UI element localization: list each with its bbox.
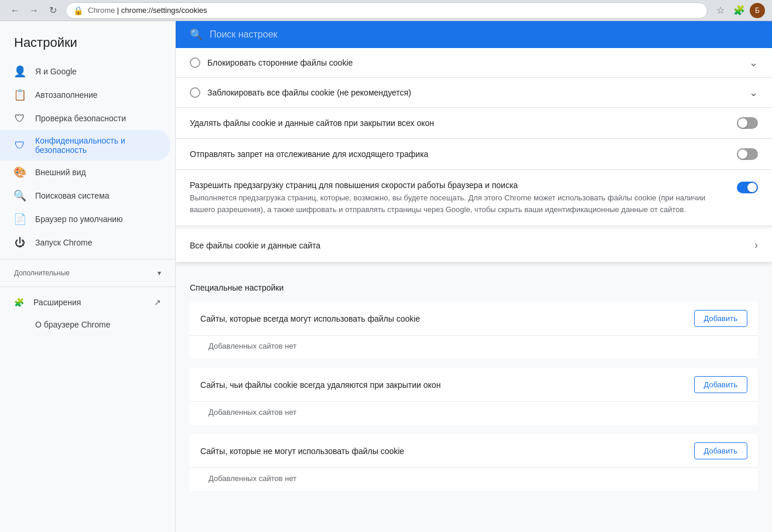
settings-content: Блокировать сторонние файлы cookie ⌄ Заб… xyxy=(176,48,772,503)
toggle-button-1[interactable] xyxy=(737,117,758,129)
sidebar-divider xyxy=(0,259,175,260)
sidebar-item-autofill[interactable]: 📋 Автозаполнение xyxy=(0,83,170,107)
sidebar-label-appearance: Внешний вид xyxy=(35,168,86,177)
extensions-button[interactable]: 🧩 xyxy=(731,2,747,19)
extensions-sidebar-icon: 🧩 xyxy=(14,298,24,307)
sidebar-label-google: Я и Google xyxy=(35,67,77,76)
radio-button-2[interactable] xyxy=(190,87,200,98)
sidebar-item-about[interactable]: · О браузере Chrome xyxy=(0,313,170,336)
toolbar-right: ☆ 🧩 Б xyxy=(712,2,765,19)
radio-label-2: Заблокировать все файлы cookie (не реком… xyxy=(207,88,742,97)
content-area: 🔍 Блокировать сторонние файлы cookie ⌄ З… xyxy=(176,21,772,532)
sidebar-label-about: О браузере Chrome xyxy=(35,320,111,329)
sidebar-section-more[interactable]: Дополнительные ▾ xyxy=(0,264,175,282)
special-item-2-label: Сайты, чьи файлы cookie всегда удаляются… xyxy=(200,380,440,390)
sidebar-label-search: Поисковая система xyxy=(35,191,110,200)
sidebar-label-browser: Браузер по умолчанию xyxy=(35,214,123,224)
add-button-3[interactable]: Добавить xyxy=(694,442,747,459)
shield-filled-icon: 🛡 xyxy=(14,139,26,151)
search-header-icon: 🔍 xyxy=(190,28,203,41)
special-item-3-empty: Добавленных сайтов нет xyxy=(190,468,758,491)
autofill-icon: 📋 xyxy=(14,89,26,101)
preload-sub-label: Выполняется предзагрузка страниц, которы… xyxy=(190,192,730,215)
special-item-1-header: Сайты, которые всегда могут использовать… xyxy=(190,302,758,336)
sidebar-item-privacy[interactable]: 🛡 Конфиденциальность и безопасность xyxy=(0,130,170,161)
special-section: Специальные настройки Сайты, которые все… xyxy=(176,274,772,503)
back-button[interactable]: ← xyxy=(7,2,23,19)
sidebar-item-extensions[interactable]: 🧩 Расширения ↗ xyxy=(0,292,175,313)
sidebar-label-startup: Запуск Chrome xyxy=(35,238,92,247)
person-icon: 👤 xyxy=(14,66,26,77)
special-item-3-label: Сайты, которые не могут использовать фай… xyxy=(200,446,404,456)
sidebar-label-privacy: Конфиденциальность и безопасность xyxy=(35,136,156,155)
radio-button-1[interactable] xyxy=(190,57,200,68)
preload-row: Разрешить предзагрузку страниц для повыш… xyxy=(176,170,772,226)
sidebar-item-browser[interactable]: 📄 Браузер по умолчанию xyxy=(0,207,170,231)
toggle-label-1: Удалять файлы cookie и данные сайтов при… xyxy=(190,118,730,128)
startup-icon: ⏻ xyxy=(14,237,26,248)
bookmark-button[interactable]: ☆ xyxy=(712,2,729,19)
section-spacer xyxy=(176,264,772,274)
sidebar-divider-2 xyxy=(0,287,175,287)
sidebar-item-startup[interactable]: ⏻ Запуск Chrome xyxy=(0,231,170,254)
search-sidebar-icon: 🔍 xyxy=(14,190,26,202)
external-link-icon: ↗ xyxy=(154,298,161,307)
toggle-button-2[interactable] xyxy=(737,148,758,160)
address-text: Chrome | chrome://settings/cookies xyxy=(88,6,207,15)
add-button-2[interactable]: Добавить xyxy=(694,376,747,393)
palette-icon: 🎨 xyxy=(14,166,26,178)
browser-toolbar: ← → ↻ 🔒 Chrome | chrome://settings/cooki… xyxy=(0,0,772,21)
special-item-2: Сайты, чьи файлы cookie всегда удаляются… xyxy=(190,368,758,425)
special-item-1: Сайты, которые всегда могут использовать… xyxy=(190,302,758,359)
special-item-1-empty: Добавленных сайтов нет xyxy=(190,336,758,359)
shield-outline-icon: 🛡 xyxy=(14,112,26,124)
special-section-title: Специальные настройки xyxy=(190,283,758,292)
toggle-row-2: Отправлять запрет на отслеживание для ис… xyxy=(176,139,772,170)
radio-row-1: Блокировать сторонние файлы cookie ⌄ xyxy=(176,48,772,78)
preload-main-label: Разрешить предзагрузку страниц для повыш… xyxy=(190,180,730,190)
chevron-expand-2[interactable]: ⌄ xyxy=(749,86,758,99)
radio-label-1: Блокировать сторонние файлы cookie xyxy=(207,58,742,67)
special-item-3: Сайты, которые не могут использовать фай… xyxy=(190,434,758,491)
reload-button[interactable]: ↻ xyxy=(45,2,61,19)
main-layout: Настройки 👤 Я и Google 📋 Автозаполнение … xyxy=(0,21,772,532)
nav-buttons: ← → ↻ xyxy=(7,2,61,19)
browser-icon: 📄 xyxy=(14,213,26,225)
sidebar-item-search[interactable]: 🔍 Поисковая система xyxy=(0,184,170,207)
toggle-row-1: Удалять файлы cookie и данные сайтов при… xyxy=(176,108,772,139)
sidebar: Настройки 👤 Я и Google 📋 Автозаполнение … xyxy=(0,21,176,532)
special-item-2-header: Сайты, чьи файлы cookie всегда удаляются… xyxy=(190,368,758,402)
sidebar-title: Настройки xyxy=(0,30,175,60)
sidebar-label-security: Проверка безопасности xyxy=(35,114,126,123)
special-item-2-empty: Добавленных сайтов нет xyxy=(190,402,758,425)
chevron-expand-1[interactable]: ⌄ xyxy=(749,56,758,69)
special-item-3-header: Сайты, которые не могут использовать фай… xyxy=(190,434,758,468)
all-cookies-label: Все файлы cookie и данные сайта xyxy=(190,241,747,250)
sidebar-item-appearance[interactable]: 🎨 Внешний вид xyxy=(0,161,170,184)
forward-button[interactable]: → xyxy=(26,2,42,19)
search-input[interactable] xyxy=(210,29,758,40)
preload-toggle[interactable] xyxy=(737,182,758,193)
search-header: 🔍 xyxy=(176,21,772,48)
special-item-1-label: Сайты, которые всегда могут использовать… xyxy=(200,314,420,323)
sidebar-item-google[interactable]: 👤 Я и Google xyxy=(0,60,170,83)
preload-label-container: Разрешить предзагрузку страниц для повыш… xyxy=(190,180,730,215)
toggle-label-2: Отправлять запрет на отслеживание для ис… xyxy=(190,149,730,159)
sidebar-label-extensions: Расширения xyxy=(33,298,81,307)
address-bar[interactable]: 🔒 Chrome | chrome://settings/cookies xyxy=(66,2,708,19)
all-cookies-arrow[interactable]: › xyxy=(754,239,758,251)
chevron-down-icon: ▾ xyxy=(158,269,161,277)
sidebar-item-security[interactable]: 🛡 Проверка безопасности xyxy=(0,107,170,130)
avatar[interactable]: Б xyxy=(750,3,765,18)
add-button-1[interactable]: Добавить xyxy=(694,310,747,327)
all-cookies-row[interactable]: Все файлы cookie и данные сайта › xyxy=(176,229,772,262)
radio-row-2: Заблокировать все файлы cookie (не реком… xyxy=(176,78,772,108)
sidebar-label-autofill: Автозаполнение xyxy=(35,90,98,100)
lock-icon: 🔒 xyxy=(73,6,83,15)
